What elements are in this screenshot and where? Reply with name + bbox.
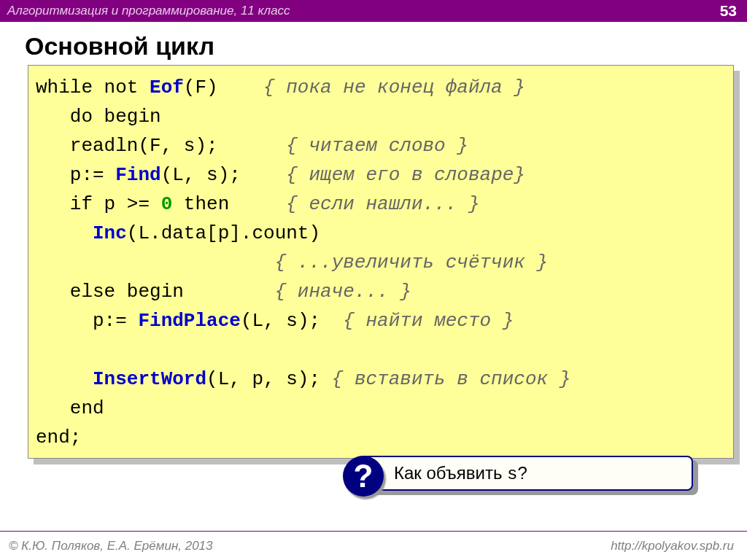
code-box: while not Eof(F) { пока не конец файла }… xyxy=(28,65,734,459)
callout: ? Как объявить s? xyxy=(357,454,712,499)
code-text: if p >= xyxy=(36,193,161,215)
fn-inc: Inc xyxy=(93,222,127,244)
page-number: 53 xyxy=(720,2,737,20)
code-text: end xyxy=(36,397,104,419)
code-text xyxy=(36,252,275,273)
code-text: p:= xyxy=(36,310,138,332)
callout-var: s xyxy=(507,464,517,484)
code-text: (L, s); xyxy=(241,310,343,332)
callout-text: Как объявить s? xyxy=(394,463,527,484)
slide-title: Основной цикл xyxy=(25,32,747,61)
num-zero: 0 xyxy=(161,193,173,215)
fn-insertword: InsertWord xyxy=(93,368,206,390)
comment: { ищем его в словаре} xyxy=(286,164,525,186)
comment: { ...увеличить счётчик } xyxy=(275,252,548,273)
header-subject: Алгоритмизация и программирование, 11 кл… xyxy=(7,4,290,18)
code-text: (L, s); xyxy=(161,164,287,186)
code-text: (L, p, s); xyxy=(206,368,332,390)
slide: Алгоритмизация и программирование, 11 кл… xyxy=(0,0,747,560)
comment: { иначе... } xyxy=(275,281,411,303)
callout-text-b: ? xyxy=(518,463,527,483)
code-text: do begin xyxy=(36,106,161,128)
question-icon: ? xyxy=(343,456,384,497)
code-text: end; xyxy=(36,427,81,448)
code-text xyxy=(36,222,93,244)
code-text: then xyxy=(172,193,286,215)
code-text xyxy=(36,368,93,390)
blank-line xyxy=(36,339,47,361)
footer: © К.Ю. Поляков, Е.А. Ерёмин, 2013 http:/… xyxy=(0,531,747,560)
code-text: p:= xyxy=(36,164,115,186)
fn-eof: Eof xyxy=(150,77,184,98)
comment: { если нашли... } xyxy=(286,193,479,215)
comment: { найти место } xyxy=(343,310,514,332)
code-text: readln(F, s); xyxy=(36,135,286,157)
fn-findplace: FindPlace xyxy=(138,310,240,332)
code-block: while not Eof(F) { пока не конец файла }… xyxy=(28,65,734,459)
code-text: else begin xyxy=(36,281,275,303)
fn-find: Find xyxy=(115,164,160,186)
footer-copyright: © К.Ю. Поляков, Е.А. Ерёмин, 2013 xyxy=(9,539,213,553)
callout-text-a: Как объявить xyxy=(394,463,507,483)
header-bar: Алгоритмизация и программирование, 11 кл… xyxy=(0,0,747,22)
code-text: while not xyxy=(36,77,150,98)
comment: { вставить в список } xyxy=(332,368,571,390)
comment: { читаем слово } xyxy=(286,135,468,157)
callout-box: ? Как объявить s? xyxy=(357,456,693,491)
footer-url: http://kpolyakov.spb.ru xyxy=(611,539,734,553)
code-text: (L.data[p].count) xyxy=(127,222,320,244)
comment: { пока не конец файла } xyxy=(263,77,525,98)
code-text: (F) xyxy=(184,77,263,98)
